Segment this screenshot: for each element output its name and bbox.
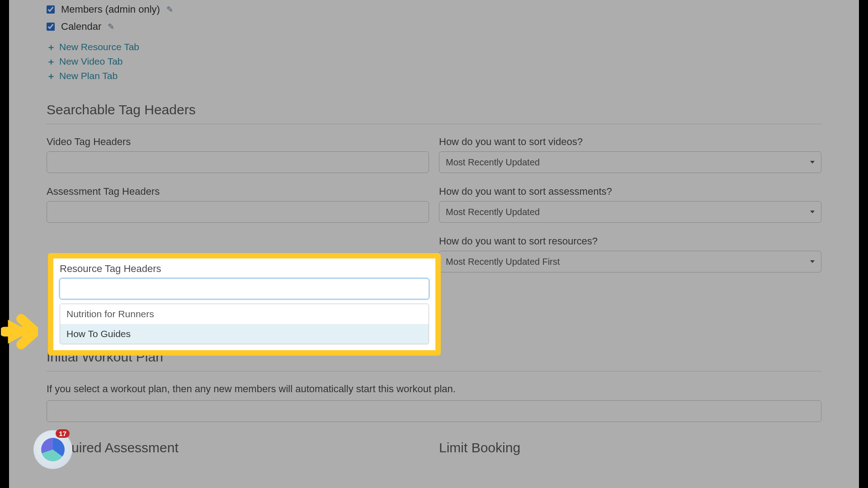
- pencil-icon[interactable]: ✎: [166, 5, 173, 14]
- sort-videos-label: How do you want to sort videos?: [439, 136, 821, 148]
- resource-tag-headers-highlight: Resource Tag Headers Nutrition for Runne…: [48, 253, 441, 356]
- new-video-tab-label: New Video Tab: [59, 56, 123, 67]
- calendar-checkbox-row: Calendar ✎: [47, 18, 821, 35]
- new-resource-tab-label: New Resource Tab: [59, 42, 139, 52]
- sort-videos-select[interactable]: Most Recently Updated: [439, 151, 821, 173]
- divider: [47, 124, 821, 124]
- chevron-down-icon: [810, 161, 815, 164]
- divider: [47, 371, 821, 371]
- new-plan-tab-label: New Plan Tab: [59, 70, 118, 81]
- sort-assessments-value: Most Recently Updated: [446, 207, 540, 217]
- sort-resources-field: How do you want to sort resources? Most …: [439, 235, 821, 290]
- calendar-label: Calendar: [61, 21, 101, 33]
- new-video-tab-link[interactable]: ＋ New Video Tab: [47, 54, 821, 69]
- chevron-down-icon: [810, 211, 815, 213]
- calendar-checkbox[interactable]: [47, 23, 55, 31]
- resource-tag-dropdown: Nutrition for Runners How To Guides: [60, 304, 429, 344]
- searchable-tag-headers-heading: Searchable Tag Headers: [47, 102, 821, 117]
- pencil-icon[interactable]: ✎: [108, 22, 114, 32]
- limit-booking-heading: Limit Booking: [439, 440, 821, 455]
- video-tag-headers-field: Video Tag Headers: [47, 136, 429, 173]
- sort-resources-label: How do you want to sort resources?: [439, 235, 821, 247]
- new-plan-tab-link[interactable]: ＋ New Plan Tab: [47, 69, 821, 83]
- sort-assessments-field: How do you want to sort assessments? Mos…: [439, 186, 821, 223]
- plus-icon: ＋: [47, 42, 56, 52]
- chat-widget-badge: 17: [56, 429, 70, 438]
- new-resource-tab-link[interactable]: ＋ New Resource Tab: [47, 40, 821, 54]
- resource-tag-option[interactable]: How To Guides: [60, 324, 429, 344]
- members-label: Members (admin only): [61, 4, 160, 15]
- members-checkbox-row: Members (admin only) ✎: [47, 1, 821, 18]
- chat-widget-icon: [41, 438, 65, 461]
- plus-icon: ＋: [47, 71, 56, 80]
- video-tag-headers-input[interactable]: [47, 151, 429, 173]
- sort-videos-field: How do you want to sort videos? Most Rec…: [439, 136, 821, 173]
- sort-assessments-select[interactable]: Most Recently Updated: [439, 201, 821, 223]
- arrow-annotation-icon: [1, 312, 38, 353]
- plus-icon: ＋: [47, 57, 56, 66]
- sort-videos-value: Most Recently Updated: [446, 157, 540, 168]
- required-assessment-heading: Required Assessment: [47, 440, 429, 455]
- initial-workout-plan-input[interactable]: [47, 400, 821, 422]
- chevron-down-icon: [810, 260, 815, 263]
- sort-assessments-label: How do you want to sort assessments?: [439, 186, 821, 197]
- video-tag-headers-label: Video Tag Headers: [47, 136, 429, 148]
- assessment-tag-headers-input[interactable]: [47, 201, 429, 223]
- assessment-tag-headers-field: Assessment Tag Headers: [47, 186, 429, 223]
- members-checkbox[interactable]: [47, 5, 55, 14]
- resource-tag-headers-input[interactable]: [60, 278, 429, 299]
- assessment-tag-headers-label: Assessment Tag Headers: [47, 186, 429, 197]
- chat-widget[interactable]: 17: [33, 430, 72, 469]
- resource-tag-headers-label: Resource Tag Headers: [60, 263, 429, 275]
- sort-resources-select[interactable]: Most Recently Updated First: [439, 251, 821, 272]
- workout-plan-help: If you select a workout plan, then any n…: [47, 383, 821, 395]
- sort-resources-value: Most Recently Updated First: [446, 257, 560, 267]
- resource-tag-option[interactable]: Nutrition for Runners: [60, 304, 429, 324]
